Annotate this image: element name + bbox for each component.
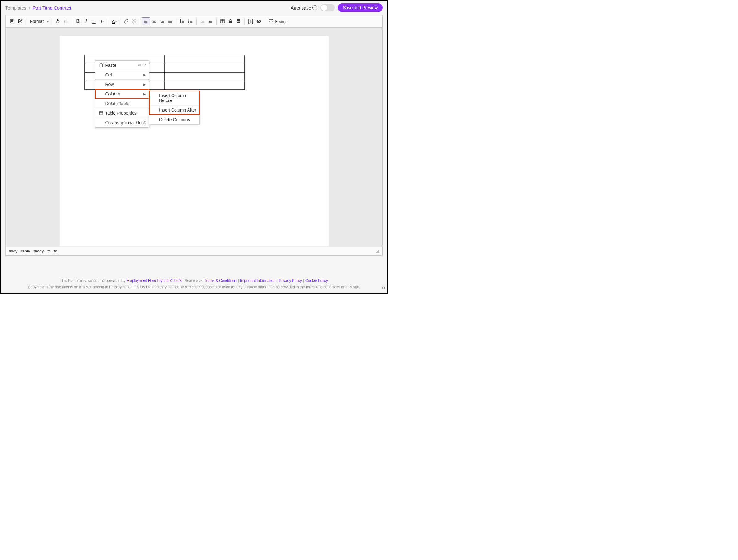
ctx-table-properties-label: Table Properties xyxy=(105,111,146,115)
paste-icon xyxy=(98,63,104,67)
ctx-insert-col-before[interactable]: Insert Column Before xyxy=(149,91,199,105)
path-segment[interactable]: table xyxy=(21,249,30,253)
align-center-icon[interactable] xyxy=(150,17,158,25)
ctx-delete-cols-label: Delete Columns xyxy=(159,117,196,122)
link-icon[interactable] xyxy=(122,17,130,25)
svg-point-24 xyxy=(189,22,189,23)
unordered-list-icon[interactable] xyxy=(187,17,195,25)
footer-cookie-link[interactable]: Cookie Policy xyxy=(305,278,328,283)
source-icon xyxy=(269,19,274,24)
ctx-cell[interactable]: Cell ▶ xyxy=(95,70,149,79)
outdent-icon xyxy=(199,17,207,25)
ctx-create-optional[interactable]: Create optional block xyxy=(95,118,149,127)
table-cell[interactable] xyxy=(165,72,245,81)
path-segment[interactable]: td xyxy=(54,249,57,253)
text-tool-icon[interactable]: [T] xyxy=(247,17,255,25)
context-menu: Paste ⌘+V Cell ▶ Row ▶ xyxy=(95,60,149,127)
ctx-table-properties[interactable]: Table Properties xyxy=(95,108,149,118)
align-justify-icon[interactable] xyxy=(166,17,174,25)
footer-separator: | xyxy=(238,278,239,283)
svg-point-22 xyxy=(189,20,189,20)
column-submenu: Insert Column Before Insert Column After xyxy=(149,90,200,124)
table-cell[interactable] xyxy=(165,64,245,72)
header-actions: Auto save i Save and Preview xyxy=(291,3,383,12)
toolbar-separator xyxy=(216,18,217,25)
resize-handle[interactable] xyxy=(375,249,379,253)
cube-icon[interactable] xyxy=(227,17,235,25)
editor-container: Format ▾ B I U Ix A▾ 123 xyxy=(5,15,383,256)
ordered-list-icon[interactable]: 123 xyxy=(178,17,187,25)
table-icon[interactable] xyxy=(219,17,227,25)
save-icon[interactable] xyxy=(8,17,16,25)
footer-privacy-link[interactable]: Privacy Policy xyxy=(279,278,302,283)
ctx-insert-col-after[interactable]: Insert Column After xyxy=(149,105,199,115)
format-label: Format xyxy=(28,18,50,25)
toolbar-separator xyxy=(140,18,140,25)
align-right-icon[interactable] xyxy=(158,17,166,25)
table-cell[interactable] xyxy=(165,55,245,64)
submenu-highlight-group: Insert Column Before Insert Column After xyxy=(149,91,199,115)
clear-format-icon[interactable]: Ix xyxy=(98,17,106,25)
editor-toolbar: Format ▾ B I U Ix A▾ 123 xyxy=(6,15,382,27)
toolbar-separator xyxy=(108,18,108,25)
chevron-right-icon: ▶ xyxy=(143,73,146,77)
page-break-icon[interactable] xyxy=(235,17,243,25)
source-label: Source xyxy=(275,19,287,24)
path-segment[interactable]: tbody xyxy=(34,249,44,253)
chevron-right-icon: ▶ xyxy=(143,83,146,86)
breadcrumb-current: Part Time Contract xyxy=(33,5,71,10)
autosave-toggle[interactable] xyxy=(321,4,335,11)
ctx-paste-label: Paste xyxy=(105,63,138,68)
svg-point-23 xyxy=(189,21,189,22)
document-page[interactable]: Paste ⌘+V Cell ▶ Row ▶ xyxy=(60,36,329,246)
footer-separator: | xyxy=(303,278,304,283)
new-document-icon[interactable] xyxy=(16,17,24,25)
ctx-delete-table[interactable]: Delete Table xyxy=(95,99,149,108)
footer-important-link[interactable]: Important Information xyxy=(240,278,275,283)
footer-text: This Platform is owned and operated by xyxy=(60,278,126,283)
ctx-create-optional-label: Create optional block xyxy=(105,120,146,125)
unlink-icon xyxy=(130,17,138,25)
path-segment[interactable]: body xyxy=(9,249,18,253)
path-segment[interactable]: tr xyxy=(47,249,50,253)
footer-terms-link[interactable]: Terms & Conditions xyxy=(205,278,237,283)
bold-icon[interactable]: B xyxy=(74,17,82,25)
format-dropdown[interactable]: Format ▾ xyxy=(28,18,50,25)
undo-icon[interactable] xyxy=(54,17,62,25)
toolbar-separator xyxy=(196,18,197,25)
svg-text:3: 3 xyxy=(180,22,181,23)
footer: This Platform is owned and operated by E… xyxy=(5,278,383,291)
italic-icon[interactable]: I xyxy=(82,17,90,25)
ctx-paste-shortcut: ⌘+V xyxy=(137,63,146,67)
ctx-row[interactable]: Row ▶ xyxy=(95,80,149,89)
ctx-column[interactable]: Column ▶ xyxy=(95,89,149,98)
ctx-delete-table-label: Delete Table xyxy=(105,101,146,106)
indent-icon[interactable] xyxy=(207,17,215,25)
save-preview-button[interactable]: Save and Preview xyxy=(338,3,383,12)
editor-canvas[interactable]: Paste ⌘+V Cell ▶ Row ▶ xyxy=(6,27,382,247)
toolbar-separator xyxy=(245,18,245,25)
breadcrumb-separator: / xyxy=(29,5,30,10)
preview-icon[interactable] xyxy=(255,17,263,25)
app-frame: Templates / Part Time Contract Auto save… xyxy=(0,0,388,294)
gear-icon[interactable] xyxy=(381,286,386,291)
svg-rect-36 xyxy=(237,22,240,23)
ctx-insert-before-label: Insert Column Before xyxy=(159,93,196,103)
toggle-knob xyxy=(321,5,327,11)
breadcrumb-root[interactable]: Templates xyxy=(5,5,26,10)
align-left-icon[interactable] xyxy=(142,17,150,25)
info-icon[interactable]: i xyxy=(312,5,317,10)
ctx-delete-columns[interactable]: Delete Columns xyxy=(149,115,199,124)
text-color-icon[interactable]: A▾ xyxy=(110,17,118,25)
underline-icon[interactable]: U xyxy=(90,17,98,25)
ctx-paste[interactable]: Paste ⌘+V xyxy=(95,61,149,70)
table-cell[interactable] xyxy=(165,81,245,90)
ctx-insert-after-label: Insert Column After xyxy=(159,107,196,112)
source-button[interactable]: Source xyxy=(267,18,289,25)
chevron-right-icon: ▶ xyxy=(143,92,146,96)
breadcrumb: Templates / Part Time Contract xyxy=(5,5,71,10)
footer-company-link[interactable]: Employment Hero Pty Ltd © 2023 xyxy=(126,278,182,283)
ctx-row-label: Row xyxy=(105,82,141,87)
footer-separator: | xyxy=(277,278,278,283)
footer-line-1: This Platform is owned and operated by E… xyxy=(5,278,383,284)
